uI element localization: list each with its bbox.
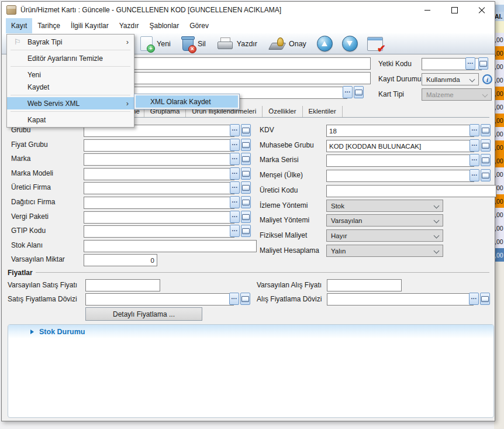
menu-item-edit-r-ayarlar-n-temizle[interactable]: Editör Ayarlarını Temizle [7,52,134,64]
marka-ellipsis-button[interactable]: ... [230,153,240,165]
da-t-c-firma-ellipsis-button[interactable]: ... [230,196,240,208]
alis-fiyatlama-dovizi-input[interactable] [327,293,474,306]
field-label-fiyat-grubu: Fiyat Grubu [11,140,48,149]
grubu-ellipsis-button[interactable]: ... [230,124,240,136]
muhasebe-grubu-ellipsis-button[interactable]: ... [470,139,479,152]
maliyet-hesaplama-select[interactable]: Yalın [326,245,443,257]
grubu-keypad-button[interactable] [241,124,251,136]
background-grid-row[interactable]: ,00 [494,100,504,114]
background-grid-row[interactable]: ,00 [494,73,504,87]
minimize-button[interactable] [414,2,441,18]
background-grid-row[interactable]: ,00 [494,167,504,181]
vergi-paketi-keypad-button[interactable] [241,211,251,223]
menubar-item-i-lgili-kay-tlar[interactable]: İlgili Kayıtlar [65,18,114,33]
da-t-c-firma-keypad-button[interactable] [241,196,251,208]
vergi-paketi-ellipsis-button[interactable]: ... [230,211,240,223]
marka-modeli-input[interactable] [84,168,234,180]
menu-item-bayrak-tipi[interactable]: ⚐Bayrak Tipi› [7,36,134,48]
field-label-marka-modeli: Marka Modeli [11,169,53,177]
men-ei-lke-keypad-button[interactable] [481,169,491,181]
submenu-item-xml-olarak-kaydet[interactable]: XML Olarak Kaydet [136,95,238,108]
kdv-keypad-button[interactable] [481,124,491,136]
menubar-item-yazd-r[interactable]: Yazdır [114,18,144,33]
menubar-item-kay-t[interactable]: Kayıt [6,18,32,33]
kdv-ellipsis-button[interactable]: ... [470,124,479,136]
men-ei-lke-ellipsis-button[interactable]: ... [470,169,479,181]
menubar-item-tarih-e[interactable]: Tarihçe [32,18,65,33]
fiyat-grubu-input[interactable] [84,139,234,152]
fiyat-grubu-keypad-button[interactable] [241,139,251,151]
header-input-3-ellipsis-button[interactable]: ... [343,86,353,98]
background-grid-row[interactable]: ,00 [494,33,504,46]
onay-button[interactable]: Onay [264,35,312,53]
background-grid-row[interactable]: ,00 [494,248,504,262]
marka-keypad-button[interactable] [241,153,251,165]
apply-check-icon-button[interactable] [363,35,387,53]
kdv-input[interactable]: 18 [326,125,474,137]
up-arrow-circle-icon-button[interactable] [313,35,337,53]
background-grid-row[interactable]: ,00 [494,235,504,248]
muhasebe-grubu-keypad-button[interactable] [481,139,491,152]
fiziksel-maliyet-select[interactable]: Hayır [326,229,443,242]
tab-zellikler[interactable]: Özellikler [263,106,302,117]
varsayilan-satis-fiyati-input[interactable] [85,279,160,291]
yetki-kodu-ellipsis-button[interactable]: ... [465,57,475,70]
background-grid-row[interactable]: ,00 [494,46,504,60]
stok-durumu-header[interactable]: Stok Durumu [8,325,493,338]
background-grid-row[interactable]: ,00 [494,154,504,167]
stok-alan-input[interactable] [84,240,257,252]
menu-item-web-servis-xml[interactable]: Web Servis XML› [7,97,134,109]
down-arrow-circle-icon-button[interactable] [338,35,362,53]
gtip-kodu-ellipsis-button[interactable]: ... [230,225,240,237]
background-grid-row[interactable]: ,00 [494,127,504,140]
maliyet-y-ntemi-select[interactable]: Varsayılan [326,214,443,226]
vergi-paketi-input[interactable] [84,211,234,224]
marka-modeli-ellipsis-button[interactable]: ... [230,167,240,180]
alis-fiyatlama-dovizi-keypad-button[interactable] [480,293,490,305]
sil-button[interactable]: Sil [177,35,211,53]
detayli-fiyatlama-button[interactable]: Detaylı Fiyatlama ... [85,307,202,321]
da-t-c-firma-input[interactable] [84,197,234,209]
yazd-r-button[interactable]: Yazdır [212,35,263,53]
gtip-kodu-input[interactable] [84,225,234,238]
muhasebe-grubu-input[interactable]: KOD [KODDAN BULUNACAK] [326,140,474,152]
maximize-button[interactable] [441,2,468,18]
i-zleme-y-ntemi-select[interactable]: Stok [326,200,443,212]
info-icon[interactable]: i [482,74,492,84]
retici-kodu-input[interactable] [326,185,496,197]
close-button[interactable] [468,2,495,18]
menu-item-kaydet[interactable]: Kaydet [7,81,134,93]
background-grid-row[interactable]: ,00 [494,140,504,154]
marka-serisi-input[interactable] [326,155,474,167]
varsay-lan-miktar-input[interactable]: 0 [84,254,157,266]
yeni-button[interactable]: Yeni [135,35,176,53]
satis-fiyatlama-dovizi-keypad-button[interactable] [240,293,250,305]
satis-fiyatlama-dovizi-input[interactable] [85,293,234,306]
background-grid-row[interactable]: ,00 [494,114,504,127]
kayit-durumu-select[interactable]: Kullanımda [422,73,479,85]
background-grid-row[interactable]: ,00 [494,60,504,73]
background-grid-row[interactable]: ,00 [494,87,504,100]
menu-item-yeni[interactable]: Yeni [7,68,134,81]
marka-input[interactable] [84,153,234,166]
header-input-3-keypad-button[interactable] [354,86,364,98]
varsayilan-alis-fiyati-input[interactable] [327,279,402,291]
tab-eklentiler[interactable]: Eklentiler [303,106,343,117]
menubar-item-g-rev[interactable]: Görev [184,18,214,33]
retici-firma-input[interactable] [84,182,234,194]
fiyat-grubu-ellipsis-button[interactable]: ... [230,139,240,151]
men-ei-lke-input[interactable] [326,170,474,182]
marka-modeli-keypad-button[interactable] [241,167,251,180]
background-grid-row[interactable]: ,00 [494,208,504,221]
retici-firma-ellipsis-button[interactable]: ... [230,181,240,194]
menubar-item-ablonlar[interactable]: Şablonlar [144,18,185,33]
marka-serisi-keypad-button[interactable] [481,154,491,166]
menu-item-kapat[interactable]: Kapat [7,114,134,126]
retici-firma-keypad-button[interactable] [241,181,251,194]
yetki-kodu-keypad-button[interactable] [478,57,488,70]
alis-fiyatlama-dovizi-ellipsis-button[interactable]: ... [469,293,479,305]
background-grid-row[interactable]: ,00 [494,221,504,235]
satis-fiyatlama-dovizi-ellipsis-button[interactable]: ... [229,293,239,305]
gtip-kodu-keypad-button[interactable] [241,225,251,237]
marka-serisi-ellipsis-button[interactable]: ... [470,154,479,166]
